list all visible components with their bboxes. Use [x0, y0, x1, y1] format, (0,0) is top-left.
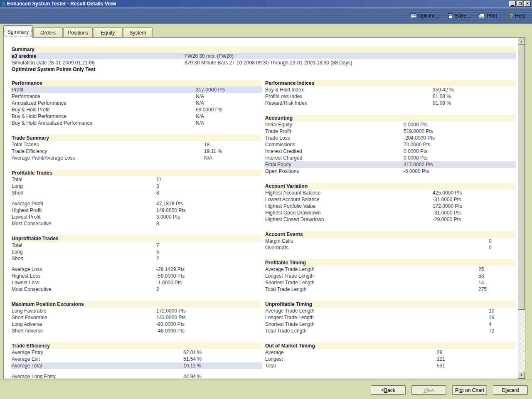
row-value: 0.0000 Pts	[404, 148, 427, 155]
report-row: Trade Loss-204.0000 Pts	[264, 135, 516, 141]
report-row: Average29	[264, 349, 516, 356]
row-label: Shortest Trade Length	[265, 321, 315, 328]
report-row: Highest Open Drawdown-31.0000 Pts	[264, 209, 516, 216]
row-label: Lowest Profit	[12, 214, 40, 220]
row-value: 69.0000 Pts	[196, 106, 222, 113]
plot-button[interactable]: Plot on Chart	[452, 385, 487, 395]
row-label: Average Profit/Average Loss	[12, 155, 75, 161]
discard-button[interactable]: Discard	[493, 385, 528, 395]
view-button[interactable]: View	[411, 385, 446, 395]
tab-summary[interactable]: Summary	[3, 25, 33, 38]
row-label: Commissions	[265, 141, 295, 148]
row-value: 3	[156, 183, 159, 190]
report-row: Total Trade Length275	[264, 286, 516, 293]
report-row: Long5	[11, 249, 262, 255]
row-value: 61.08 %	[433, 93, 451, 100]
report-row: Long3	[11, 183, 262, 190]
scroll-down-icon[interactable]: ▼	[518, 372, 525, 379]
row-label: Profit	[12, 86, 23, 93]
minimize-button[interactable]	[509, 1, 516, 7]
row-value: 19.11 %	[183, 362, 201, 369]
report-row: Short Favorable143.0000 Pts	[11, 314, 262, 321]
toolbar-help-button[interactable]: ?Help	[510, 13, 525, 19]
scrollbar-thumb[interactable]	[518, 45, 525, 310]
row-value: 317.0000 Pts	[196, 86, 225, 93]
row-label: Trade Profit	[265, 128, 291, 135]
report-row: Lowest Loss-1.0000 Pts	[11, 279, 262, 286]
section-header-performance: Performance	[11, 80, 262, 86]
row-label: Optimized System Points Only Test	[12, 66, 95, 73]
row-label: Highest Portfolio Value	[265, 203, 315, 209]
row-value: 62.01 %	[183, 349, 202, 356]
row-value: 0	[489, 238, 492, 244]
tab-equity[interactable]: Equity	[93, 27, 123, 37]
report-row: Interest Charged0.0000 Pts	[264, 155, 516, 161]
section-header-maximum-position-excursions: Maximum Position Excursions	[11, 301, 262, 308]
row-label: Short Adverse	[12, 328, 43, 334]
row-label: Highest Open Drawdown	[265, 209, 320, 216]
row-value: 70.0000 Pts	[404, 141, 430, 148]
row-value: 58	[478, 273, 484, 279]
row-label: Total Trade Length	[265, 328, 306, 334]
window-titlebar: $ Enhanced System Tester - Result Detail…	[0, 0, 532, 7]
toolbar-print-button[interactable]: Print...	[479, 13, 501, 19]
row-label: Annualized Performance	[12, 100, 66, 106]
row-label: Average Long Entry	[12, 373, 56, 379]
row-value: 4	[489, 321, 492, 328]
report-row: Trade Efficiency19.11 %	[11, 148, 262, 155]
report-row: Total Trade Length72	[264, 328, 516, 334]
help-icon: ?	[510, 13, 513, 18]
report-row: Most Consecutive8	[11, 220, 262, 227]
toolbar-save-button[interactable]: Save...	[448, 13, 470, 19]
close-button[interactable]: ×	[524, 1, 531, 7]
row-label: Initial Equity	[265, 121, 292, 128]
row-label: Average Loss	[12, 266, 42, 273]
restore-button[interactable]	[517, 1, 523, 7]
report-row: Longest121	[264, 356, 516, 362]
report-row: Overdrafts0	[264, 244, 516, 251]
row-value: 0.0000 Pts	[404, 155, 427, 161]
row-value: -48.0000 Pts	[156, 328, 185, 334]
row-label: Buy & Hold Annualized Performance	[12, 120, 92, 126]
row-value: 7	[156, 242, 159, 249]
row-label: Longest Trade Length	[265, 273, 314, 279]
report-row: Shortest Trade Length14	[264, 279, 516, 286]
row-value: 2	[156, 286, 159, 293]
row-value: -6.0000 Pts	[404, 168, 429, 175]
report-row: Short8	[11, 190, 262, 196]
section-header-account-variation: Account Variation	[264, 183, 516, 190]
section-header-out-of-market-timing: Out of Market Timing	[264, 342, 516, 349]
footer-bar: < BackViewPlot on ChartDiscard	[0, 379, 532, 399]
report-row: Profit/Loss Index61.08 %	[264, 93, 516, 100]
report-row: Shortest Trade Length4	[264, 321, 516, 328]
toolbar-save-label: Save...	[455, 13, 470, 19]
row-value: 14	[478, 279, 484, 286]
row-value: 519.0000 Pts	[404, 128, 433, 135]
report-row: Average Total19.11 %	[11, 362, 262, 369]
row-label: Buy & Hold Performance	[12, 113, 66, 120]
report-row: Trade Profit519.0000 Pts	[264, 128, 516, 135]
row-label: Most Consecutive	[12, 286, 51, 293]
row-value: FW20 30 min. (FW20)	[185, 53, 234, 59]
report-row: Annualized PerformanceN/A	[11, 100, 262, 106]
row-value: N/A	[204, 155, 212, 161]
row-label: Short	[12, 190, 24, 196]
row-value: -29.1429 Pts	[156, 266, 185, 273]
row-label: Average Trade Length	[265, 266, 315, 273]
report-row: Average Long Entry44.94 %	[11, 373, 262, 379]
row-value: 25	[478, 266, 484, 273]
row-label: Margin Calls	[265, 238, 293, 244]
scroll-up-icon[interactable]: ▲	[518, 38, 525, 45]
vertical-scrollbar[interactable]: ▲ ▼	[518, 38, 525, 379]
row-label: Total Trade Length	[265, 286, 306, 293]
back-button[interactable]: < Back	[371, 385, 406, 395]
section-header-trade-efficiency: Trade Efficiency	[11, 342, 262, 349]
tab-positions[interactable]: Positions	[63, 27, 93, 37]
report-row: Buy & Hold Index359.42 %	[264, 86, 516, 93]
toolbar-options-button[interactable]: Options...	[410, 13, 439, 19]
tab-system[interactable]: System	[123, 27, 153, 37]
row-value: N/A	[196, 100, 204, 106]
tab-orders[interactable]: Orders	[33, 27, 63, 37]
row-label: Shortest Trade Length	[265, 279, 315, 286]
report-row: Long Adverse-93.0000 Pts	[11, 321, 262, 328]
